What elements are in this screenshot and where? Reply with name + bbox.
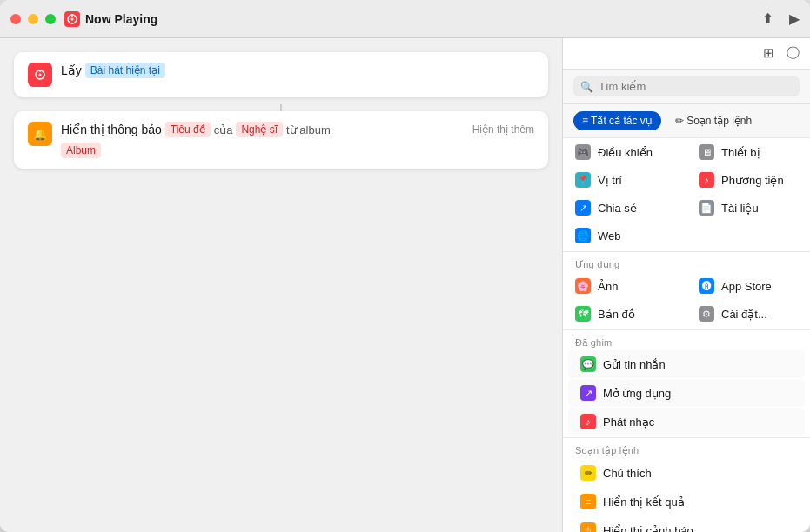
pinned-moudung-label: Mở ứng dụng xyxy=(603,387,671,400)
card2-tag-title: Tiêu đề xyxy=(165,122,211,137)
card1-content: Lấy Bài hát hiện tại xyxy=(61,63,534,78)
menu-item-phuongtien[interactable]: ♪ Phương tiện xyxy=(686,166,810,194)
menu-item-anh[interactable]: 🌸 Ảnh xyxy=(563,272,686,300)
canvas-panel: Lấy Bài hát hiện tại 🔔 Hiển thị thông bá… xyxy=(0,38,562,532)
titlebar-actions: ⬆ ▶ xyxy=(762,10,800,27)
card2-icon: 🔔 xyxy=(28,122,52,146)
menu-item-tailieu-icon: 📄 xyxy=(699,200,714,216)
menu-item-anh-label: Ảnh xyxy=(598,280,618,293)
menu-item-web-icon: 🌐 xyxy=(575,228,591,243)
apps-section-label: Ứng dụng xyxy=(563,254,810,272)
share-icon[interactable]: ⬆ xyxy=(762,10,773,27)
divider-scripting xyxy=(563,437,810,438)
scripting-item-hienthicanhbao[interactable]: ⚠ Hiển thị cảnh báo xyxy=(568,516,805,532)
card2-label: Hiển thị thông báo xyxy=(61,123,162,136)
menu-item-thietbi-icon: 🖥 xyxy=(699,144,714,160)
titlebar: Now Playing ⬆ ▶ xyxy=(0,0,810,38)
menu-item-dieukien-label: Điều khiển xyxy=(598,146,653,159)
divider-apps xyxy=(563,251,810,252)
svg-point-1 xyxy=(71,17,74,20)
filter-all-tasks-label: ≡ Tất cả tác vụ xyxy=(582,115,653,127)
svg-point-4 xyxy=(39,74,42,76)
menu-item-tailieu[interactable]: 📄 Tài liệu xyxy=(686,194,810,222)
menu-item-appstore-label: App Store xyxy=(721,280,772,293)
traffic-lights xyxy=(10,14,56,24)
maximize-button[interactable] xyxy=(45,14,56,24)
play-icon[interactable]: ▶ xyxy=(789,10,800,27)
menu-item-phuongtien-label: Phương tiện xyxy=(721,174,784,187)
new-panel-icon[interactable]: ⊞ xyxy=(763,45,774,62)
apps-col1: 🌸 Ảnh 🗺 Bản đồ xyxy=(563,272,686,328)
menu-item-caidat-icon: ⚙ xyxy=(699,306,714,322)
panel-icon-group: ⊞ ⓘ xyxy=(763,45,800,62)
card2-from-text: từ album xyxy=(286,123,331,136)
filter-bar: ≡ Tất cả tác vụ ✏ Soạn tập lệnh xyxy=(563,104,810,138)
menu-item-bando[interactable]: 🗺 Bản đồ xyxy=(563,300,686,328)
filter-all-tasks[interactable]: ≡ Tất cả tác vụ xyxy=(573,111,661,130)
pinned-section-label: Đã ghim xyxy=(563,332,810,349)
menu-item-chiase[interactable]: ↗ Chia sẻ xyxy=(563,194,686,222)
menu-item-caidat[interactable]: ⚙ Cài đặt... xyxy=(686,300,810,328)
card2-of-text: của xyxy=(214,123,233,136)
menu-item-thietbi[interactable]: 🖥 Thiết bị xyxy=(686,138,810,166)
pinned-guitin-label: Gửi tin nhắn xyxy=(603,358,666,371)
search-icon: 🔍 xyxy=(580,81,593,93)
menu-item-bando-label: Bản đồ xyxy=(598,308,635,321)
menu-item-thietbi-label: Thiết bị xyxy=(721,146,760,159)
menu-item-vitri[interactable]: 📍 Vị trí xyxy=(563,166,686,194)
menu-item-appstore-icon: 🅐 xyxy=(699,278,714,294)
card1-icon xyxy=(28,63,52,87)
scripting-item-chuthich[interactable]: ✏ Chú thích xyxy=(568,459,805,487)
menu-item-tailieu-label: Tài liệu xyxy=(721,202,759,215)
scripting-hienthiketqua-label: Hiển thị kết quả xyxy=(603,495,685,509)
scripting-hienthiketqua-icon: ≡ xyxy=(580,494,596,509)
pinned-item-moudung[interactable]: ↗ Mở ứng dụng xyxy=(568,379,805,407)
scripting-item-hienthiketqua[interactable]: ≡ Hiển thị kết quả xyxy=(568,488,805,515)
card2-content: Hiển thị thông báo Tiêu đề của Nghệ sĩ t… xyxy=(61,122,534,158)
pinned-item-phatnhac[interactable]: ♪ Phát nhạc xyxy=(568,408,805,436)
pinned-item-guitin[interactable]: 💬 Gửi tin nhắn xyxy=(568,350,805,378)
workflow-card-1[interactable]: Lấy Bài hát hiện tại xyxy=(14,52,548,97)
right-panel: ⊞ ⓘ 🔍 ≡ Tất cả tác vụ ✏ Soạn tập lệnh xyxy=(562,38,810,532)
filter-scripting[interactable]: ✏ Soạn tập lệnh xyxy=(666,111,760,130)
scripting-chuthich-label: Chú thích xyxy=(603,467,652,480)
menu-item-caidat-label: Cài đặt... xyxy=(721,308,767,321)
top-categories: 🎮 Điều khiển 📍 Vị trí ↗ Chia sẻ 🌐 xyxy=(563,138,810,249)
app-icon xyxy=(64,11,80,27)
close-button[interactable] xyxy=(10,14,21,24)
scripting-section-label: Soạn tập lệnh xyxy=(563,440,810,458)
pinned-moudung-icon: ↗ xyxy=(580,385,596,401)
apps-col2: 🅐 App Store ⚙ Cài đặt... xyxy=(686,272,810,328)
menu-item-dieukien-icon: 🎮 xyxy=(575,144,591,160)
minimize-button[interactable] xyxy=(28,14,38,24)
menu-item-web-label: Web xyxy=(598,229,621,243)
menu-item-appstore[interactable]: 🅐 App Store xyxy=(686,272,810,300)
categories-col1: 🎮 Điều khiển 📍 Vị trí ↗ Chia sẻ 🌐 xyxy=(563,138,686,249)
card2-show-more[interactable]: Hiện thị thêm xyxy=(472,123,534,136)
pinned-phatnhac-label: Phát nhạc xyxy=(603,416,654,429)
workflow-card-2[interactable]: 🔔 Hiển thị thông báo Tiêu đề của Nghệ sĩ… xyxy=(14,111,548,169)
search-input-wrap: 🔍 xyxy=(573,76,800,96)
menu-item-chiase-label: Chia sẻ xyxy=(598,202,637,215)
menu-item-vitri-icon: 📍 xyxy=(575,172,591,188)
search-bar: 🔍 xyxy=(563,70,810,104)
info-panel-icon[interactable]: ⓘ xyxy=(787,45,800,62)
scrollable-list: 🎮 Điều khiển 📍 Vị trí ↗ Chia sẻ 🌐 xyxy=(563,138,810,532)
categories-col2: 🖥 Thiết bị ♪ Phương tiện 📄 Tài liệu xyxy=(686,138,810,249)
divider-pinned xyxy=(563,329,810,330)
right-panel-top: ⊞ ⓘ xyxy=(563,38,810,70)
filter-scripting-label: ✏ Soạn tập lệnh xyxy=(675,115,752,127)
card2-tag-album: Album xyxy=(61,143,101,158)
menu-item-vitri-label: Vị trí xyxy=(598,174,622,187)
menu-item-chiase-icon: ↗ xyxy=(575,200,591,216)
menu-item-dieukien[interactable]: 🎮 Điều khiển xyxy=(563,138,686,166)
menu-item-web[interactable]: 🌐 Web xyxy=(563,222,686,249)
main-content: Lấy Bài hát hiện tại 🔔 Hiển thị thông bá… xyxy=(0,38,810,532)
card1-tag: Bài hát hiện tại xyxy=(85,63,165,78)
menu-item-anh-icon: 🌸 xyxy=(575,278,591,294)
search-input[interactable] xyxy=(599,80,793,93)
connector xyxy=(14,104,548,111)
scripting-hienthicanhbao-label: Hiển thị cảnh báo xyxy=(603,524,693,533)
card2-tag-artist: Nghệ sĩ xyxy=(236,122,283,137)
scripting-hienthicanhbao-icon: ⚠ xyxy=(580,522,596,532)
